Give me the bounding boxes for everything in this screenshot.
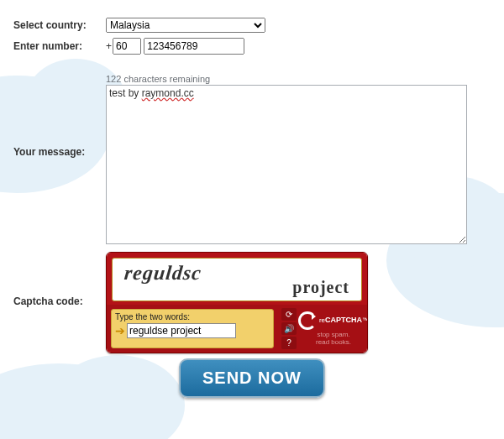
- recaptcha-input[interactable]: [127, 323, 236, 338]
- recaptcha-audio-button[interactable]: 🔊: [281, 322, 297, 335]
- country-code-input[interactable]: [113, 38, 141, 55]
- message-textarea[interactable]: test by raymond.cc: [106, 85, 467, 244]
- recaptcha-buttons: ⟳ 🔊 ?: [278, 305, 300, 353]
- plus-sign: +: [106, 40, 112, 52]
- recaptcha-entry-box: Type the two words: ➔: [111, 309, 274, 348]
- message-text-spellflag: raymond.cc: [142, 87, 194, 99]
- recaptcha-logo-text: reCAPTCHA™: [319, 316, 368, 324]
- recaptcha-prompt: Type the two words:: [115, 312, 270, 321]
- recaptcha-tagline: stop spam.read books.: [316, 332, 351, 347]
- arrow-icon: ➔: [115, 325, 125, 337]
- sms-form-page: Select country: Malaysia Enter number: +…: [0, 0, 504, 439]
- message-text-plain: test by: [109, 87, 142, 99]
- recaptcha-brand: reCAPTCHA™ stop spam.read books.: [300, 305, 367, 353]
- number-label: Enter number:: [10, 35, 102, 57]
- recaptcha-image-area: reguldsc project: [107, 253, 367, 305]
- recaptcha-controls: Type the two words: ➔ ⟳ 🔊 ?: [107, 305, 367, 353]
- captcha-label: Captcha code:: [10, 247, 102, 356]
- message-label: Your message:: [10, 57, 102, 247]
- recaptcha-help-button[interactable]: ?: [281, 337, 297, 349]
- country-select[interactable]: Malaysia: [106, 18, 265, 33]
- recaptcha-widget: reguldsc project Type the two words: ➔: [106, 252, 368, 353]
- recaptcha-refresh-button[interactable]: ⟳: [281, 308, 297, 321]
- phone-number-input[interactable]: [144, 38, 244, 55]
- recaptcha-challenge-image: reguldsc project: [112, 258, 362, 301]
- recaptcha-logo-icon: [298, 311, 317, 330]
- captcha-word-1: reguldsc: [123, 262, 203, 285]
- captcha-word-2: project: [292, 278, 349, 297]
- send-button[interactable]: SEND NOW: [179, 358, 325, 398]
- country-label: Select country:: [10, 15, 102, 35]
- char-counter: 122 characters remaining: [106, 74, 491, 84]
